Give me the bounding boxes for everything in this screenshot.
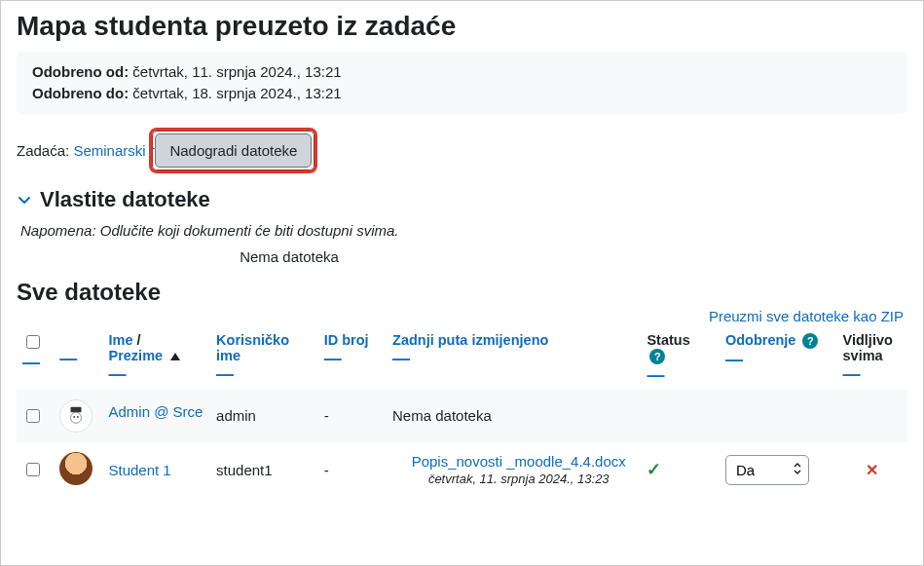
header-surname[interactable]: Prezime (108, 348, 163, 363)
own-files-toggle[interactable]: Vlastite datoteke (17, 181, 907, 218)
username-cell: admin (210, 390, 318, 442)
hide-col-status[interactable]: — (647, 366, 664, 384)
hide-col-avatar[interactable]: — (59, 350, 77, 367)
own-files-heading: Vlastite datoteke (40, 187, 210, 212)
header-approval[interactable]: Odobrenje (725, 332, 796, 348)
files-table: — — Ime / Prezime — Korisničko ime — (17, 326, 907, 498)
svg-point-1 (71, 412, 82, 423)
approved-dates-box: Odobreno od: četvrtak, 11. srpnja 2024.,… (17, 52, 907, 114)
status-help-icon[interactable]: ? (649, 349, 665, 364)
header-status: Status (647, 332, 689, 348)
header-username[interactable]: Korisničko ime (216, 332, 289, 363)
approved-to-label: Odobreno do: (32, 85, 129, 101)
user-link[interactable]: Admin @ Srce (108, 403, 203, 420)
approval-select[interactable]: Da (725, 455, 809, 485)
delete-icon[interactable]: ✕ (866, 462, 878, 478)
row-checkbox[interactable] (26, 409, 40, 423)
file-cell: Nema datoteka (387, 390, 641, 442)
row-checkbox[interactable] (26, 463, 40, 476)
header-visible: Vidljivo svima (843, 332, 893, 363)
header-idnumber[interactable]: ID broj (324, 332, 369, 348)
download-zip-link[interactable]: Preuzmi sve datoteke kao ZIP (709, 308, 904, 324)
username-cell: student1 (210, 442, 318, 498)
approval-help-icon[interactable]: ? (802, 333, 818, 349)
check-icon: ✓ (647, 460, 661, 479)
hide-col-lastmod[interactable]: — (392, 350, 410, 367)
hide-col-visible[interactable]: — (843, 365, 861, 383)
idnumber-cell: - (318, 442, 387, 498)
svg-point-2 (73, 416, 75, 418)
approved-from-value: četvrtak, 11. srpnja 2024., 13:21 (132, 63, 341, 80)
user-link[interactable]: Student 1 (108, 462, 170, 478)
sort-asc-icon (170, 353, 180, 360)
svg-point-3 (77, 416, 79, 418)
select-all-checkbox[interactable] (26, 335, 40, 349)
avatar (59, 399, 92, 433)
avatar (59, 452, 92, 485)
all-files-heading: Sve datoteke (17, 279, 907, 306)
chevron-down-icon (17, 192, 32, 208)
own-files-note: Napomena: Odlučite koji dokumenti će bit… (20, 222, 907, 239)
file-date: četvrtak, 11. srpnja 2024., 13:23 (402, 472, 635, 486)
upgrade-files-button[interactable]: Nadogradi datoteke (155, 133, 312, 168)
task-label: Zadaća: (17, 142, 69, 159)
hide-col-name[interactable]: — (108, 365, 126, 383)
idnumber-cell: - (318, 390, 387, 442)
hide-col-approval[interactable]: — (725, 351, 743, 368)
header-firstname[interactable]: Ime (108, 332, 132, 348)
page-title: Mapa studenta preuzeto iz zadaće (17, 11, 907, 42)
file-link[interactable]: Popis_novosti _moodle_4.4.docx (412, 453, 626, 470)
own-files-empty: Nema datoteka (17, 248, 562, 265)
header-lastmod[interactable]: Zadnji puta izmijenjeno (392, 332, 548, 348)
hide-col-idnumber[interactable]: — (324, 350, 342, 367)
svg-rect-0 (71, 407, 82, 413)
hide-col-username[interactable]: — (216, 365, 234, 383)
hide-col-select[interactable]: — (22, 354, 40, 371)
approved-to-value: četvrtak, 18. srpnja 2024., 13:21 (132, 85, 341, 101)
header-name-sep: / (137, 332, 141, 348)
approved-from-label: Odobreno od: (32, 63, 129, 80)
table-row: Student 1 student1 - Popis_novosti _mood… (17, 442, 907, 498)
table-row: Admin @ Srce admin - Nema datoteka (17, 390, 907, 442)
